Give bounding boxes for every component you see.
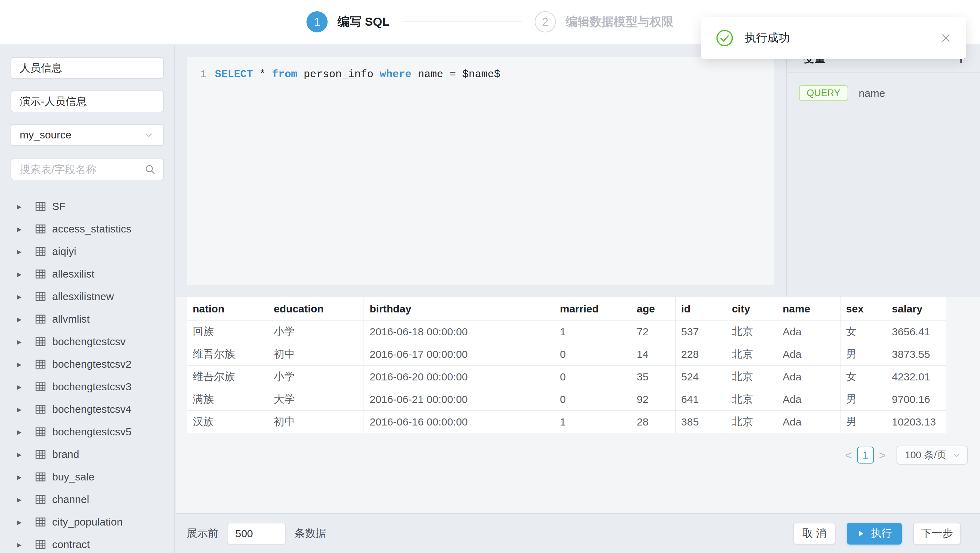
sql-token: name = $name$ [412,68,500,80]
row-limit-input[interactable] [227,523,286,545]
caret-right-icon[interactable]: ▸ [17,201,25,212]
table-cell: 92 [631,388,675,411]
sql-code[interactable]: SELECT * from person_info where name = $… [215,66,500,83]
caret-right-icon[interactable]: ▸ [17,359,25,370]
table-cell: 维吾尔族 [187,365,268,388]
table-icon [35,493,46,505]
datasource-select-value: my_source [20,129,72,141]
sql-top-region: 1 SELECT * from person_info where name =… [176,45,980,297]
caret-right-icon[interactable]: ▸ [17,449,25,460]
table-row[interactable]: 汉族初中2016-06-16 00:00:00128385北京Ada男10203… [187,411,946,433]
caret-right-icon[interactable]: ▸ [17,314,25,325]
cancel-button[interactable]: 取 消 [793,523,835,545]
search-icon[interactable] [144,164,156,175]
tree-item-label: allesxilistnew [52,291,114,303]
variable-type-tag: QUERY [799,85,848,101]
page-number[interactable]: 1 [857,447,874,464]
table-cell: 1 [554,321,631,343]
tree-item-SF[interactable]: ▸SF [11,195,164,218]
tree-item-city_population[interactable]: ▸city_population [11,511,164,533]
table-cell: 男 [840,388,886,411]
table-cell: 72 [631,321,675,343]
table-icon [35,539,46,551]
tree-item-bochengtestcsv2[interactable]: ▸bochengtestcsv2 [11,353,164,375]
caret-right-icon[interactable]: ▸ [17,246,25,257]
tree-item-buy_sale[interactable]: ▸buy_sale [11,466,164,488]
step-2-edit-model[interactable]: 2 编辑数据模型与权限 [535,11,673,32]
step-connector-line [402,21,522,22]
tree-item-bochengtestcsv3[interactable]: ▸bochengtestcsv3 [11,375,164,398]
table-row[interactable]: 维吾尔族初中2016-06-17 00:00:00014228北京Ada男387… [187,343,946,365]
results-header-row: nationeducationbirthdaymarriedageidcityn… [187,297,946,321]
tree-item-label: SF [52,200,65,212]
page-size-select[interactable]: 100 条/页 [897,446,968,465]
tree-item-allesxilistnew[interactable]: ▸allesxilistnew [11,285,164,308]
table-search-input[interactable] [11,159,164,180]
column-header-birthday: birthday [364,297,554,321]
tree-item-label: access_statistics [52,223,131,235]
column-header-nation: nation [187,297,268,321]
table-row[interactable]: 回族小学2016-06-18 00:00:00172537北京Ada女3656.… [187,321,946,343]
tree-item-contract[interactable]: ▸contract [11,533,164,553]
table-icon [35,448,46,460]
tree-item-label: brand [52,448,79,460]
sql-token: * [253,68,272,80]
caret-right-icon[interactable]: ▸ [17,517,25,528]
close-icon[interactable] [940,32,951,44]
execute-button[interactable]: 执行 [847,523,902,545]
table-cell: 女 [840,321,886,343]
table-cell: 537 [675,321,726,343]
tree-item-label: allvmlist [52,313,90,325]
variables-panel: 变量 + QUERYname [787,45,980,297]
caret-right-icon[interactable]: ▸ [17,269,25,280]
caret-right-icon[interactable]: ▸ [17,336,25,347]
display-name-input[interactable] [11,91,164,112]
prev-page-icon[interactable]: < [840,448,857,462]
sidebar: my_source ▸SF▸access_statistics▸aiqiyi▸a… [0,45,175,553]
tree-item-bochengtestcsv5[interactable]: ▸bochengtestcsv5 [11,421,164,443]
tree-item-bochengtestcsv[interactable]: ▸bochengtestcsv [11,331,164,353]
caret-right-icon[interactable]: ▸ [17,427,25,437]
tree-item-bochengtestcsv4[interactable]: ▸bochengtestcsv4 [11,398,164,421]
column-header-city: city [726,297,777,321]
step-1-write-sql[interactable]: 1 编写 SQL [307,11,389,32]
table-cell: 10203.13 [886,411,946,433]
table-cell: 男 [840,411,886,433]
table-cell: 初中 [268,343,364,365]
table-row[interactable]: 满族大学2016-06-21 00:00:00092641北京Ada男9700.… [187,388,946,411]
tree-item-channel[interactable]: ▸channel [11,488,164,511]
sql-editor[interactable]: 1 SELECT * from person_info where name =… [187,57,774,285]
next-page-icon[interactable]: > [874,448,891,462]
table-cell: Ada [777,365,840,388]
table-cell: 4232.01 [886,365,946,388]
caret-right-icon[interactable]: ▸ [17,381,25,393]
table-icon [35,246,46,257]
model-name-input[interactable] [11,57,164,79]
tree-item-allvmlist[interactable]: ▸allvmlist [11,308,164,331]
table-cell: 大学 [268,388,364,411]
next-step-button[interactable]: 下一步 [913,523,961,545]
table-tree: ▸SF▸access_statistics▸aiqiyi▸allesxilist… [11,195,164,553]
variable-item[interactable]: QUERYname [799,85,966,101]
tree-item-allesxilist[interactable]: ▸allesxilist [11,263,164,285]
table-cell: 小学 [268,321,364,343]
caret-right-icon[interactable]: ▸ [17,539,25,550]
variable-name: name [859,87,885,99]
table-cell: 641 [675,388,726,411]
column-header-salary: salary [886,297,946,321]
page-size-value: 100 条/页 [905,448,947,462]
step-2-label: 编辑数据模型与权限 [566,14,673,30]
caret-right-icon[interactable]: ▸ [17,494,25,505]
table-cell: 2016-06-18 00:00:00 [364,321,554,343]
caret-right-icon[interactable]: ▸ [17,404,25,415]
table-row[interactable]: 维吾尔族小学2016-06-20 00:00:00035524北京Ada女423… [187,365,946,388]
tree-item-access_statistics[interactable]: ▸access_statistics [11,218,164,240]
caret-right-icon[interactable]: ▸ [17,291,25,302]
caret-right-icon[interactable]: ▸ [17,224,25,235]
tree-item-aiqiyi[interactable]: ▸aiqiyi [11,240,164,263]
datasource-select[interactable]: my_source [11,124,164,146]
table-cell: 北京 [726,343,777,365]
table-cell: 385 [675,411,726,433]
tree-item-brand[interactable]: ▸brand [11,443,164,466]
caret-right-icon[interactable]: ▸ [17,472,25,483]
